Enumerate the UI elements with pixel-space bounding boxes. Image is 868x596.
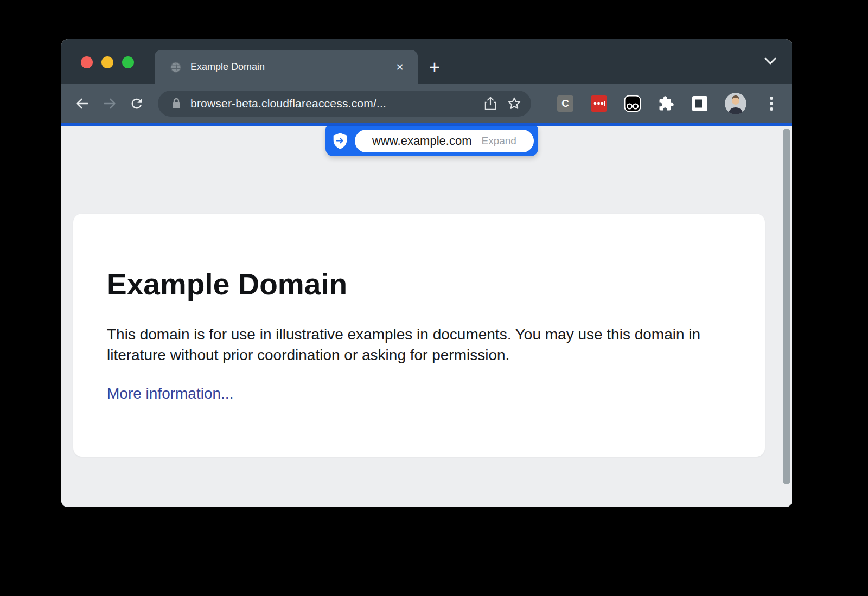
extensions-area: C — [557, 93, 780, 114]
lock-icon — [171, 97, 182, 110]
forward-arrow-icon — [102, 96, 117, 111]
browser-window: Example Domain ✕ + — [61, 39, 792, 507]
bookmark-button[interactable] — [505, 94, 524, 113]
back-button[interactable] — [73, 94, 92, 113]
profile-avatar[interactable] — [725, 93, 746, 114]
tab-strip: Example Domain ✕ + — [61, 39, 792, 84]
isolated-domain-text: www.example.com — [372, 134, 471, 148]
share-button[interactable] — [481, 94, 500, 113]
expand-button[interactable]: Expand — [481, 135, 516, 147]
more-information-link[interactable]: More information... — [107, 385, 233, 402]
tab-example-domain[interactable]: Example Domain ✕ — [155, 50, 418, 84]
c-extension-button[interactable]: C — [557, 95, 574, 112]
side-panel-button[interactable] — [691, 95, 709, 112]
page-content: www.example.com Expand Example Domain Th… — [61, 126, 792, 507]
isolated-domain-pill[interactable]: www.example.com Expand — [355, 130, 534, 152]
toolbar: browser-beta.cloudflareaccess.com/... C — [61, 84, 792, 123]
kebab-menu-icon — [769, 95, 774, 112]
side-panel-icon — [692, 95, 708, 112]
star-icon — [507, 96, 522, 111]
page-title: Example Domain — [107, 267, 731, 302]
url-text: browser-beta.cloudflareaccess.com/... — [190, 97, 476, 110]
new-tab-button[interactable]: + — [419, 52, 450, 82]
noir-extension-button[interactable] — [624, 95, 641, 112]
address-bar[interactable]: browser-beta.cloudflareaccess.com/... — [158, 91, 531, 117]
reload-button[interactable] — [127, 94, 146, 113]
noir-icon — [624, 95, 641, 112]
globe-icon — [170, 61, 182, 73]
lastpass-extension-button[interactable] — [590, 95, 608, 112]
tab-close-icon[interactable]: ✕ — [392, 59, 408, 75]
reload-icon — [129, 96, 144, 111]
avatar-photo — [725, 93, 746, 114]
browser-menu-button[interactable] — [763, 95, 780, 112]
isolation-banner[interactable]: www.example.com Expand — [326, 126, 538, 156]
puzzle-icon — [658, 95, 674, 112]
traffic-lights — [81, 56, 134, 68]
minimize-window-button[interactable] — [101, 56, 113, 68]
shield-arrow-icon — [326, 132, 355, 150]
tab-title: Example Domain — [190, 61, 392, 73]
vertical-scrollbar[interactable] — [783, 129, 790, 484]
example-domain-card: Example Domain This domain is for use in… — [73, 214, 765, 457]
page-paragraph: This domain is for use in illustrative e… — [107, 324, 731, 366]
close-window-button[interactable] — [81, 56, 93, 68]
lastpass-icon — [591, 95, 607, 112]
c-extension-icon: C — [557, 95, 573, 112]
tab-search-chevron-icon[interactable] — [764, 57, 777, 67]
back-arrow-icon — [75, 96, 90, 111]
zoom-window-button[interactable] — [122, 56, 134, 68]
share-icon — [483, 96, 497, 111]
extensions-menu-button[interactable] — [658, 95, 675, 112]
forward-button[interactable] — [100, 94, 119, 113]
